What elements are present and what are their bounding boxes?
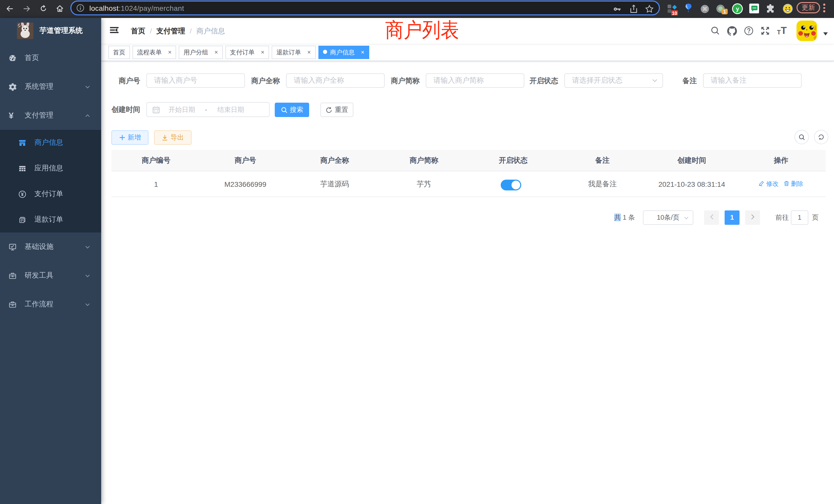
svg-text:1: 1 [723, 9, 726, 14]
svg-text:⌘: ⌘ [702, 6, 707, 12]
svg-text:10: 10 [672, 11, 677, 16]
svg-text:y: y [736, 6, 739, 12]
